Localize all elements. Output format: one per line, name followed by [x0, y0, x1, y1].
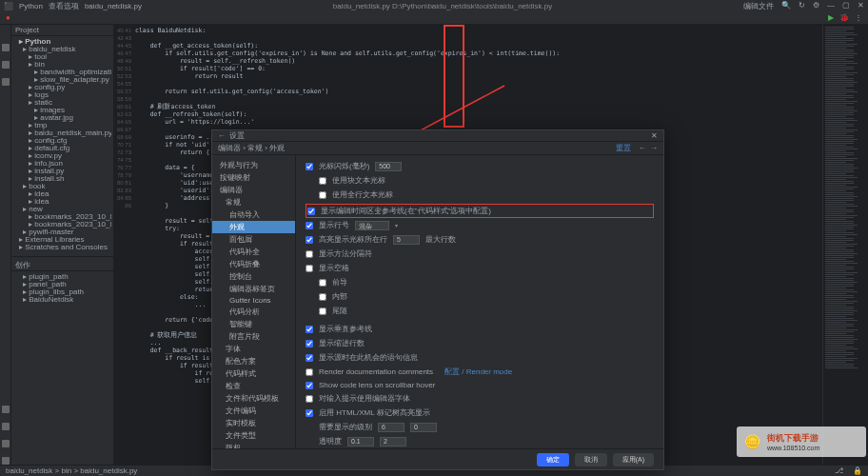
back-icon[interactable]: ←	[218, 131, 226, 140]
settings-tree-item[interactable]: 代码样式	[212, 367, 295, 380]
tree-node[interactable]: ▸ book	[13, 183, 111, 190]
settings-tree-item[interactable]: 常规	[212, 196, 295, 208]
max-lines-input[interactable]	[393, 235, 420, 245]
apply-button[interactable]: 应用(A)	[613, 453, 654, 466]
arrow-icon[interactable]: →	[650, 144, 658, 152]
indent-check[interactable]	[306, 340, 313, 347]
tree-node[interactable]: ▸ info.json	[13, 160, 111, 168]
reset-link[interactable]: 重置	[616, 143, 631, 153]
tree-node[interactable]: ▸ iconv.py	[13, 152, 111, 160]
minimize-icon[interactable]: —	[827, 1, 835, 11]
tree-node[interactable]: ▸ External Libraries	[13, 236, 111, 244]
debug-icon[interactable]: 🐞	[839, 13, 849, 22]
settings-tree-item[interactable]: 文件类型	[212, 429, 295, 442]
line-no-dropdown[interactable]: 混杂	[355, 221, 389, 230]
render-doc-check[interactable]	[306, 368, 313, 376]
search-icon[interactable]: 🔍	[781, 1, 791, 11]
tree-node[interactable]: ▸ baidu_netdisk_main.py	[13, 129, 111, 137]
settings-tree-item[interactable]: 控制台	[212, 270, 295, 283]
settings-tree-item[interactable]: 版权	[212, 442, 295, 448]
gear-icon[interactable]: ⚙	[813, 1, 819, 11]
arrow-icon[interactable]: ←	[639, 144, 646, 152]
lock-icon[interactable]: 🔒	[853, 466, 862, 475]
problems-tool-icon[interactable]	[2, 440, 10, 447]
more-icon[interactable]: ⋮	[855, 13, 862, 22]
tree-node[interactable]: ▸ idea	[13, 198, 111, 206]
vertical-check[interactable]	[306, 326, 313, 333]
caret-blink-check[interactable]	[306, 163, 313, 170]
tree-node[interactable]: ▸ default.cfg	[13, 145, 111, 152]
tree-node[interactable]: ▸ config.cfg	[13, 137, 111, 145]
tree-node[interactable]: ▸ BaiduNetdisk	[13, 296, 111, 304]
structure-tool-icon[interactable]	[2, 61, 10, 69]
settings-tree-item[interactable]: 配色方案	[212, 355, 295, 367]
cancel-button[interactable]: 取消	[575, 453, 607, 466]
settings-tree[interactable]: 外观与行为按键映射编辑器常规自动导入外观面包屑代码补全代码折叠控制台编辑器标签页…	[212, 155, 296, 448]
project-dropdown[interactable]: Python	[19, 2, 43, 10]
project-tree[interactable]: ▸ Python▸ baidu_netdisk▸ tool▸ bin▸ band…	[11, 36, 113, 253]
settings-tree-item[interactable]: 检查	[212, 380, 295, 392]
tree-node[interactable]: ▸ plugin_path	[13, 273, 111, 281]
input-hint-check[interactable]	[306, 395, 313, 403]
caret-blink-input[interactable]	[375, 162, 402, 171]
settings-tree-item[interactable]: 文件编码	[212, 405, 295, 417]
tree-node[interactable]: ▸ logs	[13, 91, 111, 99]
trailing-check[interactable]	[319, 307, 326, 315]
inner-check[interactable]	[319, 293, 326, 301]
run-icon[interactable]: ▶	[828, 13, 834, 22]
settings-tree-item[interactable]: 附言片段	[212, 330, 295, 343]
python-tool-icon[interactable]	[2, 406, 10, 413]
tree-node[interactable]: ▸ images	[13, 107, 111, 114]
tree-node[interactable]: ▸ panel_path	[13, 281, 111, 288]
line-no-check[interactable]	[306, 222, 313, 229]
opacity-input1[interactable]	[347, 437, 374, 446]
html-tree-check[interactable]	[306, 409, 313, 417]
block-caret-check[interactable]	[319, 177, 326, 185]
settings-tree-item[interactable]: 代码补全	[212, 246, 295, 258]
menu-item[interactable]: 查看选项	[49, 1, 79, 11]
git-tool-icon[interactable]	[2, 457, 10, 465]
tree-node[interactable]: ▸ bookmarks_2023_10_8.txt	[13, 221, 111, 228]
tree-node[interactable]: ▸ tmp	[13, 122, 111, 129]
maximize-icon[interactable]: ▢	[842, 1, 850, 11]
settings-tree-item[interactable]: 外观	[212, 221, 295, 233]
editor-tab[interactable]: baidu_netdisk.py	[85, 2, 142, 10]
highlight-line-check[interactable]	[306, 236, 313, 244]
settings-tree-item[interactable]: Gutter Icons	[212, 295, 295, 306]
settings-tree-item[interactable]: 面包屑	[212, 233, 295, 246]
breadcrumb-check[interactable]	[306, 354, 313, 362]
settings-tree-item[interactable]: 按键映射	[212, 171, 295, 184]
tree-node[interactable]: ▸ install.sh	[13, 175, 111, 183]
dialog-close-icon[interactable]: ✕	[651, 131, 658, 140]
code-lens-check[interactable]	[306, 382, 313, 389]
depth-input2[interactable]	[410, 423, 437, 432]
tree-node[interactable]: ▸ plugin_libs_path	[13, 288, 111, 296]
close-icon[interactable]: ✕	[858, 1, 864, 11]
tree-node[interactable]: ▸ avatar.jpg	[13, 114, 111, 122]
tree-node[interactable]: ▸ bandwidth_optimization.sh	[13, 69, 111, 76]
tree-node[interactable]: ▸ install.py	[13, 168, 111, 175]
minimap[interactable]	[822, 25, 868, 465]
tree-node[interactable]: ▸ config.py	[13, 84, 111, 91]
tree-node[interactable]: ▸ slow_file_adapter.py	[13, 76, 111, 84]
terminal-tool-icon[interactable]	[2, 423, 10, 430]
tree-node[interactable]: ▸ bookmarks_2023_10_8.html	[13, 213, 111, 221]
bookmarks-tool-icon[interactable]	[2, 78, 10, 86]
settings-tree-item[interactable]: 代码折叠	[212, 258, 295, 270]
settings-tree-item[interactable]: 实时模板	[212, 417, 295, 429]
tree-node[interactable]: ▸ Scratches and Consoles	[13, 244, 111, 251]
whole-line-check[interactable]	[319, 191, 326, 199]
tree-node[interactable]: ▸ baidu_netdisk	[13, 46, 111, 53]
ws-check[interactable]	[306, 265, 313, 272]
tree-node[interactable]: ▸ idea	[13, 190, 111, 198]
tree-node[interactable]: ▸ bin	[13, 61, 111, 69]
git-branch-icon[interactable]: ⎇	[835, 466, 843, 475]
project-tool-icon[interactable]	[2, 44, 10, 51]
guide-check[interactable]	[307, 208, 315, 215]
tree-node[interactable]: ▸ new	[13, 206, 111, 213]
settings-tree-item[interactable]: 自动导入	[212, 208, 295, 221]
settings-tree-item[interactable]: 字体	[212, 343, 295, 355]
sync-icon[interactable]: ↻	[799, 1, 805, 11]
settings-tree-item[interactable]: 文件和代码模板	[212, 392, 295, 405]
tree-node[interactable]: ▸ Python	[13, 38, 111, 46]
